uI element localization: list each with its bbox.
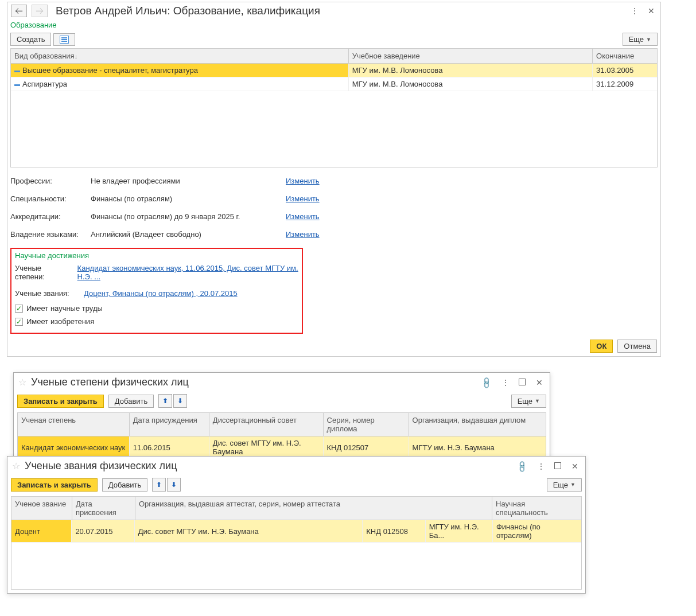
cell: Дис. совет МГТУ им. Н.Э. Баумана xyxy=(135,520,363,542)
cancel-button[interactable]: Отмена xyxy=(617,340,657,353)
cell: Доцент xyxy=(11,520,72,542)
add-button[interactable]: Добавить xyxy=(108,395,154,408)
col-org-cert[interactable]: Организация, выдавшая аттестат, серия, н… xyxy=(135,497,492,520)
accreditations-label: Аккредитации: xyxy=(10,212,91,221)
info-block: Профессии: Не владеет профессиями Измени… xyxy=(7,167,660,245)
cell-type: Аспирантура xyxy=(22,80,67,88)
chevron-down-icon: ▼ xyxy=(570,482,576,488)
col-graduation[interactable]: Окончание xyxy=(593,49,657,63)
ranks-link[interactable]: Доцент, Финансы (по отраслям) , 20.07.20… xyxy=(84,289,238,298)
cell: МГТУ им. Н.Э. Ба... xyxy=(426,520,493,542)
cell: 11.06.2015 xyxy=(130,436,209,458)
titlebar: 🡠 🡢 Ветров Андрей Ильич: Образование, кв… xyxy=(7,2,660,20)
professions-value: Не владеет профессиями xyxy=(91,177,286,185)
ranks-grid: Ученое звание Дата присвоения Организаци… xyxy=(11,496,582,590)
table-row[interactable]: ▬Высшее образование - специалитет, магис… xyxy=(11,64,657,77)
accreditations-value: Финансы (по отраслям) до 9 января 2025 г… xyxy=(91,212,286,221)
link-icon[interactable]: 🔗 xyxy=(513,457,531,475)
chevron-down-icon: ▼ xyxy=(646,37,651,42)
education-toolbar: Создать Еще ▼ xyxy=(7,30,660,48)
has-inventions-label: Имеет изобретения xyxy=(26,317,94,326)
ranks-window: ☆ Ученые звания физических лиц 🔗 ⋮ ✕ Зап… xyxy=(7,456,586,594)
education-window: 🡠 🡢 Ветров Андрей Ильич: Образование, кв… xyxy=(7,2,661,357)
cell-inst: МГУ им. М.В. Ломоносова xyxy=(349,64,593,77)
cell-end: 31.03.2005 xyxy=(593,64,657,77)
favorite-icon[interactable]: ☆ xyxy=(12,461,20,471)
cell-end: 31.12.2009 xyxy=(593,77,657,91)
sub-titlebar: ☆ Ученые звания физических лиц 🔗 ⋮ ✕ xyxy=(7,457,585,475)
move-up-button[interactable]: ⬆ xyxy=(158,394,172,408)
col-council[interactable]: Диссертационный совет xyxy=(209,413,324,436)
favorite-icon[interactable]: ☆ xyxy=(18,377,26,388)
ok-button[interactable]: ОК xyxy=(590,340,613,353)
col-education-type[interactable]: Вид образования↓ xyxy=(11,49,349,63)
more-button[interactable]: Еще ▼ xyxy=(511,395,546,408)
list-view-button[interactable] xyxy=(53,33,75,46)
close-icon[interactable]: ✕ xyxy=(534,377,545,388)
col-institution[interactable]: Учебное заведение xyxy=(349,49,593,63)
col-assign-date[interactable]: Дата присвоения xyxy=(72,497,135,520)
col-specialty[interactable]: Научная специальность xyxy=(492,497,581,520)
add-button[interactable]: Добавить xyxy=(102,478,147,492)
achievements-title: Научные достижения xyxy=(15,251,298,260)
create-button[interactable]: Создать xyxy=(10,33,51,46)
change-accreditations-link[interactable]: Изменить xyxy=(286,212,320,221)
cell-type: Высшее образование - специалитет, магист… xyxy=(22,66,198,75)
save-close-button[interactable]: Записать и закрыть xyxy=(11,478,98,492)
sub-titlebar: ☆ Ученые степени физических лиц 🔗 ⋮ ✕ xyxy=(14,373,550,392)
more-button[interactable]: Еще ▼ xyxy=(547,478,582,492)
table-row[interactable]: Доцент 20.07.2015 Дис. совет МГТУ им. Н.… xyxy=(11,520,581,543)
close-icon[interactable]: ✕ xyxy=(646,5,657,17)
table-row[interactable]: ▬Аспирантура МГУ им. М.В. Ломоносова 31.… xyxy=(11,77,657,91)
maximize-icon[interactable] xyxy=(552,461,563,472)
window-title: Ветров Андрей Ильич: Образование, квалиф… xyxy=(56,5,320,17)
grid-header: Вид образования↓ Учебное заведение Оконч… xyxy=(11,49,657,64)
col-diploma[interactable]: Серия, номер диплома xyxy=(324,413,409,436)
change-professions-link[interactable]: Изменить xyxy=(286,177,320,185)
chevron-down-icon: ▼ xyxy=(535,398,540,404)
has-inventions-checkbox[interactable]: ✓ xyxy=(15,318,23,326)
col-rank[interactable]: Ученое звание xyxy=(11,497,72,520)
cell: Дис. совет МГТУ им. Н.Э. Баумана xyxy=(209,436,324,458)
link-icon[interactable]: 🔗 xyxy=(477,373,496,392)
change-languages-link[interactable]: Изменить xyxy=(286,230,320,239)
specialties-label: Специальности: xyxy=(10,194,91,203)
languages-value: Английский (Владеет свободно) xyxy=(91,230,286,239)
nav-back-button[interactable]: 🡠 xyxy=(11,5,27,17)
row-marker-icon: ▬ xyxy=(14,67,20,73)
menu-icon[interactable]: ⋮ xyxy=(499,377,511,388)
professions-label: Профессии: xyxy=(10,177,91,185)
cell: КНД 012508 xyxy=(363,520,425,542)
change-specialties-link[interactable]: Изменить xyxy=(286,194,320,203)
more-button[interactable]: Еще ▼ xyxy=(623,33,658,46)
move-down-button[interactable]: ⬇ xyxy=(167,478,181,492)
degrees-link[interactable]: Кандидат экономических наук, 11.06.2015,… xyxy=(77,264,298,281)
has-works-checkbox[interactable]: ✓ xyxy=(15,305,23,313)
specialties-value: Финансы (по отраслям) xyxy=(91,194,286,203)
languages-label: Владение языками: xyxy=(10,230,91,239)
degrees-window: ☆ Ученые степени физических лиц 🔗 ⋮ ✕ За… xyxy=(13,372,550,463)
cell: Кандидат экономических наук xyxy=(18,436,130,458)
col-degree[interactable]: Ученая степень xyxy=(18,413,130,436)
section-education-label: Образование xyxy=(7,20,660,30)
maximize-icon[interactable] xyxy=(516,377,528,388)
col-org[interactable]: Организация, выдавшая диплом xyxy=(409,413,546,436)
move-down-button[interactable]: ⬇ xyxy=(173,394,187,408)
nav-forward-button[interactable]: 🡢 xyxy=(32,5,48,17)
move-up-button[interactable]: ⬆ xyxy=(152,478,166,492)
save-close-button[interactable]: Записать и закрыть xyxy=(17,395,104,408)
grid-body: ▬Высшее образование - специалитет, магис… xyxy=(11,64,657,167)
sort-indicator-icon: ↓ xyxy=(75,53,78,60)
close-icon[interactable]: ✕ xyxy=(569,461,581,472)
degrees-window-title: Ученые степени физических лиц xyxy=(31,376,189,388)
degrees-toolbar: Записать и закрыть Добавить ⬆ ⬇ Еще ▼ xyxy=(14,392,550,410)
col-award-date[interactable]: Дата присуждения xyxy=(130,413,209,436)
education-grid: Вид образования↓ Учебное заведение Оконч… xyxy=(10,48,658,167)
cell: Финансы (по отраслям) xyxy=(493,520,581,542)
list-icon xyxy=(60,36,69,44)
menu-icon[interactable]: ⋮ xyxy=(628,5,640,17)
ranks-label: Ученые звания: xyxy=(15,289,79,298)
achievements-box: Научные достижения Ученые степени: Канди… xyxy=(10,248,303,334)
row-marker-icon: ▬ xyxy=(14,81,20,87)
menu-icon[interactable]: ⋮ xyxy=(535,461,546,472)
